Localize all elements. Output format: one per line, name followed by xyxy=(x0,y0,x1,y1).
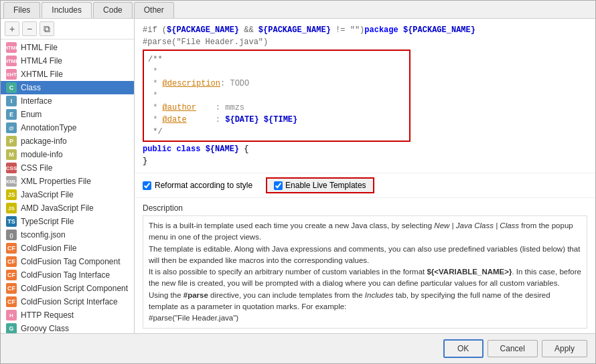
file-icon: CF xyxy=(6,256,17,267)
file-item-label: HTTP Request xyxy=(21,310,74,320)
file-item-label: HTML File xyxy=(21,43,58,52)
file-item-label: Groovy Class xyxy=(21,324,69,333)
live-templates-option: Enable Live Templates xyxy=(266,177,374,193)
list-item[interactable]: HTMLHTML4 File xyxy=(1,54,134,68)
file-item-label: ColdFusion Script Interface xyxy=(21,297,118,306)
file-icon: TS xyxy=(6,216,17,227)
list-item[interactable]: GGroovy Class xyxy=(1,322,134,333)
list-item[interactable]: IInterface xyxy=(1,94,134,108)
file-item-label: module-info xyxy=(21,150,63,159)
live-templates-checkbox[interactable] xyxy=(274,181,283,190)
file-icon: C xyxy=(6,82,17,93)
right-panel: #if (${PACKAGE_NAME} && ${PACKAGE_NAME} … xyxy=(135,19,595,333)
tabs-bar: Files Includes Code Other xyxy=(1,1,595,19)
list-item[interactable]: CFColdFusion Tag Component xyxy=(1,255,134,268)
file-icon: JS xyxy=(6,203,17,213)
code-line-6: * xyxy=(148,90,405,102)
tab-other[interactable]: Other xyxy=(134,2,174,18)
main-content: + − ⧉ HTMLHTML FileHTMLHTML4 FileXHTXHTM… xyxy=(1,19,595,333)
code-line-2: #parse("File Header.java") xyxy=(143,36,587,48)
remove-button[interactable]: − xyxy=(22,21,37,36)
apply-button[interactable]: Apply xyxy=(542,340,587,357)
tab-code[interactable]: Code xyxy=(93,2,133,18)
list-item[interactable]: XHTXHTML File xyxy=(1,68,134,81)
file-item-label: Interface xyxy=(21,96,52,106)
file-icon: CF xyxy=(6,243,17,254)
list-item[interactable]: HTMLHTML File xyxy=(1,41,134,54)
file-item-label: ColdFusion Script Component xyxy=(21,284,128,293)
tab-includes[interactable]: Includes xyxy=(42,2,92,18)
live-templates-label: Enable Live Templates xyxy=(285,181,366,190)
list-item[interactable]: CSSCSS File xyxy=(1,161,134,175)
list-item[interactable]: {}tsconfig.json xyxy=(1,228,134,242)
add-button[interactable]: + xyxy=(5,21,19,36)
code-line-8: * @date : ${DATE} ${TIME} xyxy=(148,114,405,126)
file-icon: CSS xyxy=(6,163,17,173)
file-icon: H xyxy=(6,310,17,321)
file-item-label: Class xyxy=(21,83,41,92)
file-item-label: AnnotationType xyxy=(21,123,76,132)
list-item[interactable]: CFColdFusion File xyxy=(1,242,134,255)
code-line-9: */ xyxy=(148,126,405,138)
file-item-label: XML Properties File xyxy=(21,177,91,186)
file-item-label: AMD JavaScript File xyxy=(21,203,94,213)
code-line-11: } xyxy=(143,155,587,167)
description-text: This is a built-in template used each ti… xyxy=(143,215,587,329)
reformat-label: Reformat according to style xyxy=(155,181,252,190)
toolbar: + − ⧉ xyxy=(1,19,134,39)
file-item-label: XHTML File xyxy=(21,70,63,79)
file-item-label: ColdFusion File xyxy=(21,244,76,253)
code-line-3: /** xyxy=(148,54,405,66)
reformat-checkbox[interactable] xyxy=(143,181,151,190)
file-icon: @ xyxy=(6,122,17,133)
list-item[interactable]: JSAMD JavaScript File xyxy=(1,201,134,215)
left-panel: + − ⧉ HTMLHTML FileHTMLHTML4 FileXHTXHTM… xyxy=(1,19,135,333)
file-list: HTMLHTML FileHTMLHTML4 FileXHTXHTML File… xyxy=(1,39,134,333)
file-item-label: CSS File xyxy=(21,163,52,173)
file-icon: CF xyxy=(6,283,17,294)
list-item[interactable]: XMLXML Properties File xyxy=(1,175,134,188)
file-icon: CF xyxy=(6,296,17,307)
tab-files[interactable]: Files xyxy=(3,2,40,18)
list-item[interactable]: HHTTP Request xyxy=(1,308,134,322)
bottom-bar: OK Cancel Apply xyxy=(1,333,595,363)
list-item[interactable]: Ppackage-info xyxy=(1,134,134,148)
file-item-label: JavaScript File xyxy=(21,190,74,199)
code-line-5: * @description: TODO xyxy=(148,78,405,90)
file-icon: P xyxy=(6,136,17,147)
list-item[interactable]: CFColdFusion Tag Interface xyxy=(1,268,134,282)
ok-button[interactable]: OK xyxy=(443,339,483,358)
file-icon: CF xyxy=(6,270,17,280)
list-item[interactable]: Mmodule-info xyxy=(1,148,134,161)
description-area: Description This is a built-in template … xyxy=(135,198,595,333)
code-line-10: public class ${NAME} { xyxy=(143,143,587,155)
file-item-label: TypeScript File xyxy=(21,217,74,226)
file-item-label: ColdFusion Tag Component xyxy=(21,257,121,266)
code-editor[interactable]: #if (${PACKAGE_NAME} && ${PACKAGE_NAME} … xyxy=(135,19,595,173)
list-item[interactable]: JSJavaScript File xyxy=(1,188,134,201)
file-icon: XHT xyxy=(6,69,17,80)
list-item[interactable]: @AnnotationType xyxy=(1,121,134,134)
file-icon: I xyxy=(6,96,17,106)
copy-button[interactable]: ⧉ xyxy=(40,21,54,36)
file-item-label: ColdFusion Tag Interface xyxy=(21,270,110,280)
file-icon: XML xyxy=(6,176,17,187)
list-item[interactable]: CFColdFusion Script Component xyxy=(1,282,134,295)
cancel-button[interactable]: Cancel xyxy=(488,340,538,357)
list-item[interactable]: TSTypeScript File xyxy=(1,215,134,228)
options-row: Reformat according to style Enable Live … xyxy=(135,173,595,198)
file-item-label: package-info xyxy=(21,136,67,146)
list-item[interactable]: EEnum xyxy=(1,108,134,121)
file-icon: HTML xyxy=(6,42,17,53)
file-item-label: Enum xyxy=(21,110,42,119)
list-item[interactable]: CClass xyxy=(1,81,134,94)
file-icon: G xyxy=(6,323,17,333)
list-item[interactable]: CFColdFusion Script Interface xyxy=(1,295,134,308)
dialog: Files Includes Code Other + − ⧉ HTMLHTML… xyxy=(0,0,596,364)
file-item-label: tsconfig.json xyxy=(21,230,66,240)
code-line-4: * xyxy=(148,66,405,78)
file-item-label: HTML4 File xyxy=(21,56,62,66)
code-line-7: * @author : mmzs xyxy=(148,102,405,114)
file-icon: JS xyxy=(6,189,17,200)
file-icon: E xyxy=(6,109,17,120)
